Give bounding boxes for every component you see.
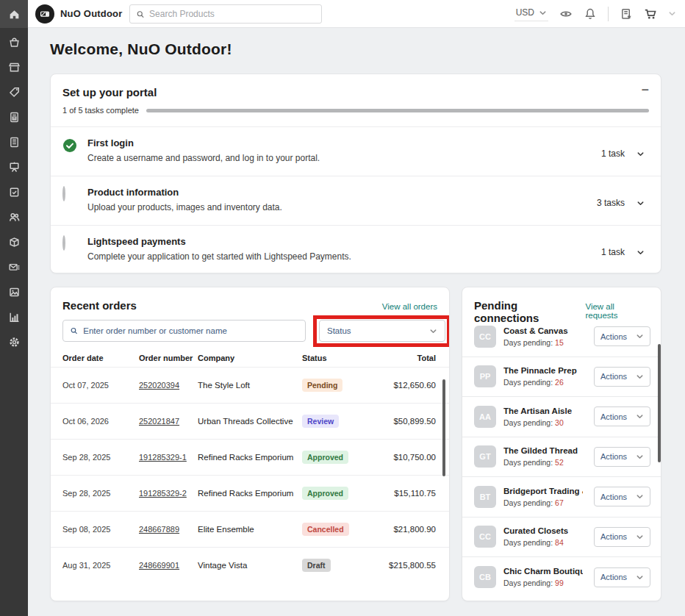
connections-scrollbar[interactable] bbox=[658, 344, 661, 462]
order-company: Refined Racks Emporium bbox=[198, 453, 302, 462]
order-total: $10,750.00 bbox=[368, 453, 436, 462]
actions-label: Actions bbox=[600, 493, 627, 501]
actions-dropdown[interactable]: Actions bbox=[594, 567, 650, 587]
currency-code: USD bbox=[516, 7, 534, 18]
order-company: Refined Racks Emporium bbox=[198, 489, 302, 498]
table-row: Sep 28, 2025 191285329-2 Refined Racks E… bbox=[51, 475, 449, 511]
setup-task-row[interactable]: First login Create a username and passwo… bbox=[51, 126, 661, 176]
catalog-icon[interactable] bbox=[8, 136, 21, 148]
order-date: Sep 08, 2025 bbox=[62, 525, 139, 534]
chevron-down-icon bbox=[636, 453, 644, 461]
order-company: The Style Loft bbox=[198, 381, 302, 390]
chevron-down-icon bbox=[636, 573, 644, 581]
actions-label: Actions bbox=[600, 332, 627, 341]
chevron-down-icon[interactable] bbox=[636, 199, 645, 207]
bell-icon[interactable] bbox=[584, 7, 597, 21]
order-total: $15,110.75 bbox=[368, 489, 436, 498]
check-circle-icon bbox=[62, 138, 77, 153]
actions-dropdown[interactable]: Actions bbox=[594, 367, 650, 387]
tag-icon[interactable] bbox=[8, 86, 21, 99]
status-badge: Cancelled bbox=[302, 523, 349, 537]
list-item: AA The Artisan Aisle Days pending: 30 Ac… bbox=[462, 397, 661, 437]
product-search-input[interactable] bbox=[149, 9, 315, 19]
actions-dropdown[interactable]: Actions bbox=[594, 447, 650, 467]
actions-dropdown[interactable]: Actions bbox=[594, 527, 650, 547]
column-header: Company bbox=[198, 354, 302, 362]
package-icon[interactable] bbox=[8, 236, 21, 248]
connection-name: The Gilded Thread bbox=[503, 446, 578, 455]
linesheet-icon[interactable] bbox=[8, 111, 21, 123]
order-total: $50,899.50 bbox=[368, 417, 436, 426]
order-total: $21,800.90 bbox=[368, 525, 436, 534]
setup-task-row[interactable]: Lightspeed payments Complete your applic… bbox=[51, 225, 661, 274]
order-list-star-icon[interactable] bbox=[620, 7, 633, 21]
home-icon[interactable] bbox=[0, 0, 28, 28]
cart-icon[interactable] bbox=[644, 7, 657, 21]
orders-table-body: Oct 07, 2025 252020394 The Style Loft Pe… bbox=[51, 367, 449, 583]
actions-label: Actions bbox=[600, 532, 627, 541]
list-item: GT The Gilded Thread Days pending: 52 Ac… bbox=[462, 437, 661, 478]
actions-label: Actions bbox=[600, 412, 627, 421]
order-search[interactable] bbox=[62, 320, 306, 342]
presentation-icon[interactable] bbox=[8, 161, 21, 173]
brand-name: NuO Outdoor bbox=[60, 8, 123, 19]
chevron-down-icon bbox=[539, 9, 547, 17]
brand-logo bbox=[35, 4, 54, 24]
chevron-down-icon bbox=[429, 327, 437, 335]
search-icon bbox=[70, 326, 78, 335]
brand-switcher[interactable]: NuO Outdoor bbox=[35, 4, 137, 24]
setup-task-row[interactable]: Product information Upload your products… bbox=[51, 176, 661, 225]
days-pending: Days pending: 30 bbox=[503, 418, 572, 427]
task-title: First login bbox=[87, 137, 320, 148]
actions-dropdown[interactable]: Actions bbox=[594, 326, 650, 346]
status-badge: Approved bbox=[302, 451, 348, 465]
avatar: CC bbox=[474, 326, 496, 348]
order-date: Aug 31, 2025 bbox=[62, 561, 139, 570]
setup-portal-card: Set up your portal − 1 of 5 tasks comple… bbox=[50, 74, 661, 273]
order-number-link[interactable]: 191285329-2 bbox=[139, 489, 187, 498]
actions-dropdown[interactable]: Actions bbox=[594, 487, 650, 506]
chevron-down-icon bbox=[636, 373, 644, 381]
avatar: BT bbox=[474, 486, 496, 508]
list-item: CC Curated Closets Days pending: 84 Acti… bbox=[462, 517, 661, 558]
actions-dropdown[interactable]: Actions bbox=[594, 407, 650, 426]
chevron-down-icon[interactable] bbox=[636, 248, 645, 257]
status-badge: Approved bbox=[302, 487, 348, 501]
order-search-input[interactable] bbox=[83, 326, 298, 335]
collapse-icon[interactable]: − bbox=[641, 83, 649, 96]
order-number-link[interactable]: 191285329-1 bbox=[139, 453, 187, 462]
eye-icon[interactable] bbox=[559, 7, 573, 21]
image-icon[interactable] bbox=[8, 286, 21, 298]
connection-name: Chic Charm Boutique bbox=[503, 567, 583, 576]
chevron-down-icon[interactable] bbox=[668, 10, 676, 18]
view-all-orders-link[interactable]: View all orders bbox=[382, 302, 437, 311]
product-search[interactable] bbox=[129, 4, 322, 24]
connection-name: The Pinnacle Prep bbox=[503, 366, 577, 375]
column-header: Order date bbox=[62, 354, 139, 362]
connection-name: The Artisan Aisle bbox=[503, 407, 572, 415]
radio-circle-icon bbox=[62, 187, 77, 202]
chevron-down-icon bbox=[636, 533, 644, 541]
orders-scrollbar[interactable] bbox=[442, 379, 445, 476]
order-number-link[interactable]: 252020394 bbox=[139, 381, 179, 390]
basket-icon[interactable] bbox=[8, 36, 21, 49]
currency-select[interactable]: USD bbox=[514, 6, 548, 21]
task-description: Upload your products, images and invento… bbox=[87, 202, 282, 212]
task-count: 1 task bbox=[601, 148, 625, 159]
search-icon bbox=[136, 10, 145, 19]
storefront-icon[interactable] bbox=[8, 61, 21, 74]
order-company: Vintage Vista bbox=[198, 561, 302, 570]
radio-circle-icon bbox=[62, 237, 77, 251]
users-icon[interactable] bbox=[8, 211, 21, 223]
bar-chart-icon[interactable] bbox=[8, 311, 21, 323]
chevron-down-icon[interactable] bbox=[636, 150, 645, 158]
order-number-link[interactable]: 252021847 bbox=[139, 417, 179, 426]
order-date: Sep 28, 2025 bbox=[62, 453, 139, 462]
order-number-link[interactable]: 248667889 bbox=[139, 525, 179, 534]
order-number-link[interactable]: 248669901 bbox=[139, 561, 179, 570]
checklist-icon[interactable] bbox=[8, 186, 21, 198]
gear-icon[interactable] bbox=[8, 336, 21, 348]
task-description: Create a username and password, and log … bbox=[87, 153, 320, 163]
status-filter-select[interactable]: Status bbox=[319, 320, 445, 342]
mail-icon[interactable] bbox=[8, 261, 21, 273]
